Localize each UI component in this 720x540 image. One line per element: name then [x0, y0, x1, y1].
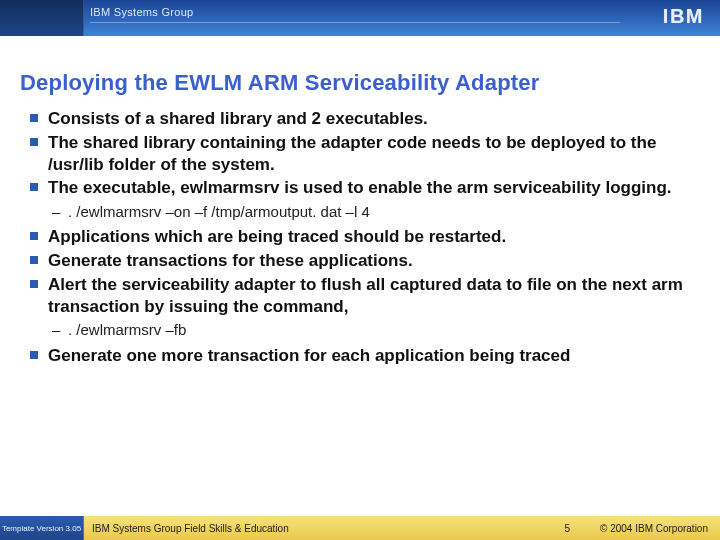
bullet-text: The executable, ewlmarmsrv is used to en… — [48, 178, 672, 197]
ibm-logo: IBM — [663, 5, 704, 28]
bullet-list: Consists of a shared library and 2 execu… — [30, 108, 690, 366]
sub-text: . /ewlmarmsrv –fb — [68, 321, 186, 338]
bullet-item: Applications which are being traced shou… — [30, 226, 690, 248]
footer-bar: IBM Systems Group Field Skills & Educati… — [84, 516, 720, 540]
sub-list: . /ewlmarmsrv –fb — [48, 320, 690, 340]
header-underline — [90, 22, 620, 23]
bullet-item: Generate one more transaction for each a… — [30, 345, 690, 367]
slide-body: Consists of a shared library and 2 execu… — [30, 108, 690, 368]
bullet-item: The executable, ewlmarmsrv is used to en… — [30, 177, 690, 222]
bullet-item: Consists of a shared library and 2 execu… — [30, 108, 690, 130]
bullet-text: Generate transactions for these applicat… — [48, 251, 413, 270]
sub-text: . /ewlmarmsrv –on –f /tmp/armoutput. dat… — [68, 203, 370, 220]
bullet-text: Consists of a shared library and 2 execu… — [48, 109, 428, 128]
footer-page-number: 5 — [564, 523, 570, 534]
bullet-text: Generate one more transaction for each a… — [48, 346, 570, 365]
header-bar: IBM Systems Group IBM — [0, 0, 720, 36]
footer: Template Version 3.05 IBM Systems Group … — [0, 516, 720, 540]
bullet-item: Generate transactions for these applicat… — [30, 250, 690, 272]
footer-branch: IBM Systems Group Field Skills & Educati… — [84, 523, 289, 534]
sub-list: . /ewlmarmsrv –on –f /tmp/armoutput. dat… — [48, 202, 690, 222]
footer-copyright: © 2004 IBM Corporation — [600, 523, 708, 534]
slide: IBM Systems Group IBM Deploying the EWLM… — [0, 0, 720, 540]
footer-template-version: Template Version 3.05 — [0, 516, 84, 540]
sub-item: . /ewlmarmsrv –fb — [48, 320, 690, 340]
bullet-text: Applications which are being traced shou… — [48, 227, 506, 246]
header-group-label: IBM Systems Group — [90, 6, 194, 18]
bullet-text: Alert the serviceability adapter to flus… — [48, 275, 683, 316]
bullet-item: Alert the serviceability adapter to flus… — [30, 274, 690, 341]
bullet-item: The shared library containing the adapte… — [30, 132, 690, 176]
header-accent-block — [0, 0, 84, 36]
bullet-text: The shared library containing the adapte… — [48, 133, 656, 174]
sub-item: . /ewlmarmsrv –on –f /tmp/armoutput. dat… — [48, 202, 690, 222]
slide-title: Deploying the EWLM ARM Serviceability Ad… — [20, 70, 540, 96]
